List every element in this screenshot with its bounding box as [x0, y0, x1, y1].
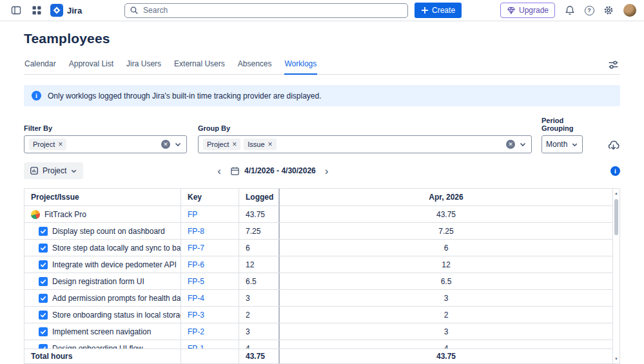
task-icon — [39, 344, 48, 349]
upgrade-button[interactable]: Upgrade — [500, 3, 555, 18]
issue-key-link[interactable]: FP-6 — [188, 260, 204, 269]
period-value: 12 — [280, 256, 612, 273]
table-row-design-registration-form-ui[interactable]: Design registration form UI FP-5 6.5 6.5 — [24, 273, 612, 290]
logged-value: 3 — [239, 290, 280, 306]
task-icon — [39, 277, 48, 286]
task-icon — [39, 311, 48, 320]
plus-icon — [421, 6, 429, 14]
scrollbar-thumb[interactable] — [614, 199, 618, 235]
table-row-design-onboarding-ui-flow[interactable]: Design onboarding UI flow FP-1 4 4 — [24, 340, 612, 349]
row-name: Store onboarding status in local storage — [52, 311, 181, 320]
task-icon — [39, 244, 48, 253]
app-switcher-icon[interactable] — [28, 2, 45, 19]
table-row-display-step-count-on-dashboard[interactable]: Display step count on dashboard FP-8 7.2… — [24, 223, 612, 240]
view-settings-sliders-icon[interactable] — [607, 59, 620, 74]
date-range[interactable]: 4/1/2026 - 4/30/2026 — [230, 166, 316, 176]
period-value: 4 — [280, 340, 612, 349]
user-avatar[interactable] — [623, 4, 636, 17]
issue-key-link[interactable]: FP-8 — [188, 227, 204, 236]
period-grouping-value: Month — [546, 140, 567, 149]
chip-remove-icon[interactable]: × — [58, 140, 63, 148]
period-value: 7.25 — [280, 223, 612, 239]
row-name: Design onboarding UI flow — [52, 344, 143, 349]
chevron-down-icon[interactable] — [519, 140, 527, 148]
table-row-store-step-data-locally-and-sync-to-backend[interactable]: Store step data locally and sync to back… — [24, 240, 612, 256]
table-row-store-onboarding-status-in-local-storage[interactable]: Store onboarding status in local storage… — [24, 307, 612, 323]
issue-key-link[interactable]: FP — [188, 210, 197, 219]
period-value: 3 — [280, 290, 612, 306]
row-name: Integrate with device pedometer API — [52, 260, 177, 269]
clear-selection-icon[interactable]: ✕ — [161, 140, 170, 149]
search-input[interactable] — [124, 3, 408, 18]
clear-selection-icon[interactable]: ✕ — [506, 140, 515, 149]
row-name: Implement screen navigation — [52, 327, 151, 336]
jira-brand[interactable]: Jira — [49, 4, 86, 17]
logged-value: 4 — [239, 340, 280, 349]
table-row-integrate-with-device-pedometer-api[interactable]: Integrate with device pedometer API FP-6… — [24, 256, 612, 273]
total-period: 43.75 — [280, 349, 612, 363]
period-grouping-select[interactable]: Month — [542, 135, 583, 153]
scroll-down-arrow[interactable]: ▼ — [613, 357, 620, 361]
sidebar-toggle-icon[interactable] — [8, 2, 24, 19]
filters-row: Filter By Project× ✕ Group By Project× — [24, 117, 620, 153]
table-scrollbar[interactable]: ▲ ▼ — [612, 189, 620, 363]
period-value: 6 — [280, 240, 612, 256]
chevron-down-icon — [70, 168, 77, 175]
period-value: 6.5 — [280, 273, 612, 289]
info-banner-text: Only worklogs logged through Jira's buil… — [48, 91, 322, 101]
chip-remove-icon[interactable]: × — [268, 140, 273, 148]
tab-worklogs[interactable]: Worklogs — [284, 57, 318, 75]
period-value: 3 — [280, 323, 612, 340]
date-range-text: 4/1/2026 - 4/30/2026 — [244, 166, 316, 175]
table-info-icon[interactable]: i — [610, 166, 620, 176]
tab-external-users[interactable]: External Users — [173, 57, 226, 75]
help-icon[interactable]: ? — [581, 2, 598, 19]
group-by-select[interactable]: Project× Issue× ✕ — [198, 135, 532, 153]
group-by-label: Group By — [198, 124, 532, 132]
table-row-implement-screen-navigation[interactable]: Implement screen navigation FP-2 3 3 — [24, 323, 612, 340]
info-banner: i Only worklogs logged through Jira's bu… — [24, 85, 620, 106]
group-chip[interactable]: Project× — [203, 139, 240, 150]
filter-chip[interactable]: Project× — [29, 139, 66, 150]
tab-approval-list[interactable]: Approval List — [68, 57, 114, 75]
gem-icon — [507, 6, 516, 15]
logged-value: 43.75 — [239, 206, 280, 222]
scroll-up-arrow[interactable]: ▲ — [613, 191, 620, 195]
create-button-label: Create — [432, 6, 455, 15]
table-row-fittrack-pro[interactable]: FitTrack Pro FP 43.75 43.75 — [24, 206, 612, 223]
chevron-down-icon[interactable] — [174, 140, 182, 148]
notifications-bell-icon[interactable] — [561, 2, 578, 19]
issue-key-link[interactable]: FP-7 — [188, 244, 204, 253]
table-row-add-permission-prompts-for-health-data[interactable]: Add permission prompts for health data F… — [24, 290, 612, 307]
issue-key-link[interactable]: FP-3 — [188, 311, 204, 320]
issue-key-link[interactable]: FP-2 — [188, 327, 204, 336]
header-logged: Logged — [239, 189, 280, 206]
issue-key-link[interactable]: FP-1 — [188, 344, 204, 349]
issue-key-link[interactable]: FP-5 — [188, 277, 204, 286]
tab-absences[interactable]: Absences — [237, 57, 273, 75]
period-grouping-label: Period Grouping — [542, 117, 594, 132]
row-name: FitTrack Pro — [44, 210, 86, 219]
chip-remove-icon[interactable]: × — [232, 140, 237, 148]
tab-calendar[interactable]: Calendar — [24, 57, 57, 75]
page-title: Teamployees — [24, 31, 620, 46]
search-icon — [130, 6, 139, 15]
app-name: Jira — [67, 6, 82, 15]
logged-value: 7.25 — [239, 223, 280, 239]
tab-jira-users[interactable]: Jira Users — [126, 57, 162, 75]
table-header: Project/Issue Key Logged Apr, 2026 — [24, 189, 612, 206]
project-dropdown-button[interactable]: Project — [24, 162, 83, 179]
logged-value: 6 — [239, 240, 280, 256]
filter-by-select[interactable]: Project× ✕ — [24, 135, 187, 153]
create-button[interactable]: Create — [415, 3, 462, 18]
header-period: Apr, 2026 — [280, 189, 612, 206]
header-project-issue: Project/Issue — [24, 189, 181, 206]
group-chip[interactable]: Issue× — [244, 139, 276, 150]
issue-key-link[interactable]: FP-4 — [188, 294, 204, 303]
export-cloud-download-icon[interactable] — [607, 139, 620, 151]
previous-period-chevron[interactable]: ‹ — [215, 166, 223, 177]
settings-gear-icon[interactable] — [600, 2, 617, 19]
header-key: Key — [181, 189, 239, 206]
total-hours-label: Total hours — [24, 349, 181, 363]
next-period-chevron[interactable]: › — [323, 166, 331, 177]
